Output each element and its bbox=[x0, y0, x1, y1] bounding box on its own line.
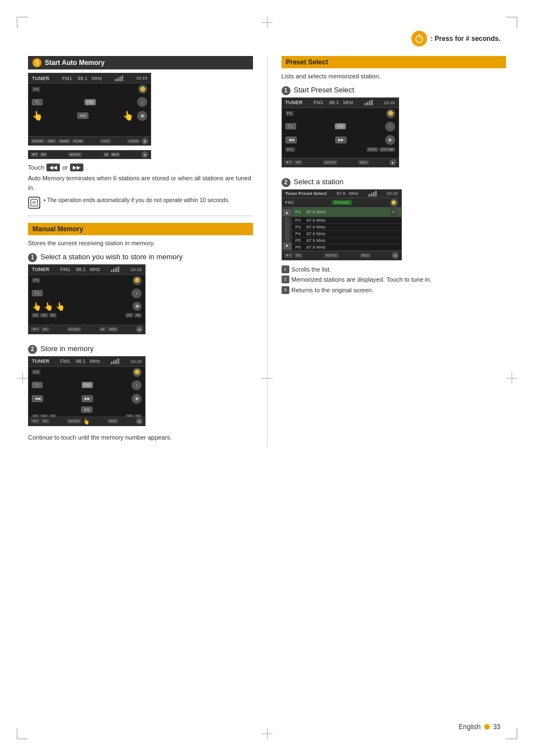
touch-instruction-row: Touch ◀◀ or ▶▶ . bbox=[28, 164, 253, 171]
auto1-2[interactable]: AUTO1 bbox=[67, 327, 82, 332]
preset-list-time: 10:10 bbox=[386, 191, 397, 196]
hand-1: 👆 bbox=[32, 110, 43, 121]
tuner-top-bar-3: TUNER FM1 98.1 MHz 10:10 bbox=[29, 357, 145, 367]
left-column: 3 Start Auto Memory TUNER FM1 98.1 MHz bbox=[28, 56, 253, 447]
preset-row-4[interactable]: P4 87.9 MHz bbox=[292, 231, 401, 237]
vol-icon-1: ◉ bbox=[137, 111, 147, 121]
mono-btn[interactable]: MONO bbox=[31, 139, 45, 143]
ti-btn-3[interactable]: T.I. bbox=[32, 382, 43, 388]
ps-2[interactable]: PS bbox=[41, 327, 49, 332]
preset-row-3[interactable]: P3 87.9 MHz bbox=[292, 224, 401, 231]
bar3-4 bbox=[118, 358, 119, 364]
tvol-btn[interactable]: ▼T bbox=[31, 152, 39, 157]
operation-note: • The operation ends automatically if yo… bbox=[44, 197, 229, 204]
preset-list-bottom-bar: ▼T PS AUTO1 RDS ▲ bbox=[282, 251, 401, 260]
manual-step2-heading: 2 Store in memory bbox=[28, 344, 253, 354]
barp1-4 bbox=[371, 100, 373, 105]
pt1-btn[interactable]: PT1 bbox=[285, 147, 295, 152]
fm-btn[interactable]: FM bbox=[85, 99, 96, 105]
footer-dot bbox=[484, 724, 490, 730]
main-layout: 3 Start Auto Memory TUNER FM1 98.1 MHz bbox=[28, 56, 506, 447]
rds-btn-1[interactable]: RDS bbox=[111, 152, 120, 157]
rds-2[interactable]: RDS bbox=[107, 327, 118, 332]
auto-memory-note: Auto Memory terminates when 6 stations a… bbox=[28, 174, 253, 192]
ps-list[interactable]: PS bbox=[294, 253, 302, 258]
preset-row-5[interactable]: P5 87.9 MHz bbox=[292, 237, 401, 244]
tvol-p1[interactable]: ▼T bbox=[284, 160, 293, 165]
rds-3[interactable]: RDS bbox=[107, 419, 118, 423]
footer-language: English bbox=[458, 723, 480, 731]
svg-line-3 bbox=[419, 38, 421, 39]
scroll-up-btn[interactable]: ▲ bbox=[283, 209, 292, 216]
p3-btn[interactable]: P3 bbox=[49, 313, 57, 318]
ps-p1[interactable]: PS bbox=[294, 160, 302, 165]
music-icon-3: ♪ bbox=[132, 380, 142, 390]
preset-row-2[interactable]: P2 87.9 MHz bbox=[292, 217, 401, 224]
next-btn-p1[interactable]: ▶▶ bbox=[335, 137, 346, 143]
eq-icon: ▲ bbox=[142, 138, 148, 144]
auto1-p1[interactable]: AUTO1 bbox=[323, 160, 338, 165]
text-btn[interactable]: TEXT bbox=[367, 147, 378, 152]
p6-btn[interactable]: P6 bbox=[134, 313, 142, 318]
preset-list-screen: Tuner Preset Select 87.9 MHz 10:10 FM1 P… bbox=[282, 189, 402, 260]
preset-freq-2: 87.9 MHz bbox=[307, 218, 398, 223]
ps-bar-btn[interactable]: PS bbox=[40, 152, 47, 157]
am-btn-3[interactable]: AM bbox=[81, 407, 93, 413]
in-2[interactable]: IN bbox=[99, 327, 106, 332]
am-btn-1[interactable]: AM bbox=[77, 113, 89, 119]
bottom-bar-2: ▼T PS AUTO1 IN RDS ▲ bbox=[29, 325, 145, 334]
preset-freq-4: 87.9 MHz bbox=[307, 231, 398, 236]
auto1-btn[interactable]: AUTO1 bbox=[68, 152, 82, 157]
preset-label-3: P3 bbox=[296, 225, 307, 230]
ti-btn-p1[interactable]: T.I. bbox=[285, 123, 296, 129]
in-btn[interactable]: IN bbox=[104, 152, 109, 157]
p5-btn[interactable]: P5 bbox=[125, 313, 133, 318]
loud-btn[interactable]: LOUD bbox=[127, 139, 140, 143]
svg-rect-1 bbox=[418, 35, 420, 36]
preset-row-1[interactable]: P1 87.9 MHz ✓ bbox=[292, 208, 401, 217]
prev-btn-touch[interactable]: ◀◀ bbox=[46, 164, 60, 171]
auto-memory-section: 3 Start Auto Memory TUNER FM1 98.1 MHz bbox=[28, 56, 253, 442]
seek-btn[interactable]: SEEK bbox=[58, 139, 71, 143]
manual-memory-heading: Manual Memory bbox=[28, 223, 253, 235]
power-icon-list: ▲ bbox=[392, 252, 399, 259]
tvol-2[interactable]: ▼T bbox=[31, 327, 40, 332]
music-icon-1: ♪ bbox=[137, 97, 147, 107]
auto1-3[interactable]: AUTO1 bbox=[67, 419, 82, 423]
hand-4: 👆 bbox=[44, 302, 53, 311]
auto1-list[interactable]: AUTO1 bbox=[324, 253, 339, 258]
scroll-down-btn[interactable]: ▼ bbox=[283, 242, 292, 250]
next-btn-touch[interactable]: ▶▶ bbox=[70, 164, 83, 171]
corner-mark-bl bbox=[17, 728, 28, 739]
prev-btn-3[interactable]: ◀◀ bbox=[32, 395, 43, 402]
next-btn-3[interactable]: ▶▶ bbox=[82, 395, 93, 402]
preset-list-screen-wrapper: Tuner Preset Select 87.9 MHz 10:10 FM1 P… bbox=[282, 189, 507, 260]
signal-bars-p1 bbox=[364, 100, 373, 105]
p1-btn[interactable]: P1 bbox=[32, 313, 39, 318]
preset-row-6[interactable]: P6 87.9 MHz bbox=[292, 244, 401, 251]
ti-btn-2[interactable]: T.I. bbox=[32, 290, 43, 296]
fm-btn-p1[interactable]: FM bbox=[335, 123, 346, 129]
pt-row-p1: PT1 TEXT EXT 6M bbox=[282, 147, 399, 152]
p2-btn[interactable]: P2 bbox=[40, 313, 48, 318]
auto-memory-heading: 3 Start Auto Memory bbox=[28, 56, 253, 69]
abs-btn[interactable]: ABS bbox=[46, 139, 57, 143]
manual-step1-screen-wrapper: TUNER FM1 98.1 MHz 10:10 PS bbox=[28, 264, 253, 339]
prev-btn-p1[interactable]: ◀◀ bbox=[285, 137, 297, 143]
touch-word: Touch bbox=[28, 164, 44, 171]
tvol-3[interactable]: ▼T bbox=[31, 419, 40, 423]
ti-btn[interactable]: T.I. bbox=[32, 99, 43, 105]
4limi-btn[interactable]: 4LIMI bbox=[72, 139, 84, 143]
preset-freq-1: 87.9 MHz bbox=[307, 209, 390, 214]
preset-sub-header: FM1 Preset3 😐 bbox=[282, 198, 401, 208]
rds-p1[interactable]: RDS bbox=[358, 160, 369, 165]
lo5-btn[interactable]: LO.5 bbox=[100, 139, 111, 143]
ps-btn-1: PS bbox=[32, 87, 40, 92]
bar2-1 bbox=[111, 270, 113, 272]
ext6m-btn[interactable]: EXT 6M bbox=[380, 147, 395, 152]
fm-btn-3[interactable]: FM bbox=[82, 382, 93, 388]
ps-3[interactable]: PS bbox=[41, 419, 49, 423]
tvol-list[interactable]: ▼T bbox=[284, 253, 293, 258]
face-icon-p1: 😐 bbox=[386, 109, 395, 118]
rds-list[interactable]: RDS bbox=[360, 253, 371, 258]
